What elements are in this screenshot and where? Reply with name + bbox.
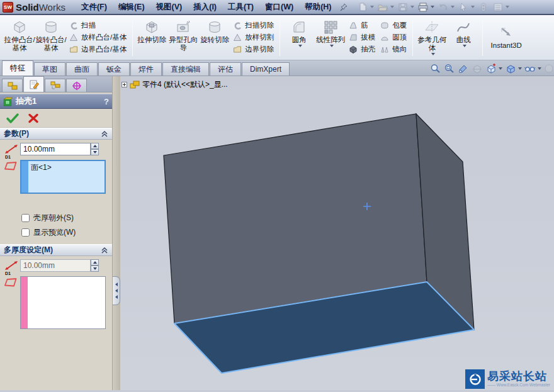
ok-button[interactable] <box>6 113 20 124</box>
rib-icon <box>349 21 358 30</box>
pm-action-row <box>0 109 112 128</box>
reference-geometry-button[interactable]: 参考几何体 <box>416 16 448 59</box>
configurationmanager-tab[interactable] <box>45 79 65 92</box>
lofted-boss-icon <box>69 33 78 42</box>
boundary-boss-icon <box>69 45 78 53</box>
lofted-cut-button[interactable]: 放样切割 <box>233 33 274 42</box>
open-button[interactable] <box>376 1 395 13</box>
draft-button[interactable]: 拔模 <box>349 33 375 42</box>
part-tree-root-label[interactable]: 零件4 (默认<<默认>_显... <box>142 79 228 90</box>
pin-menu-icon[interactable] <box>338 1 349 13</box>
faces-to-remove-listbox[interactable]: 面<1> <box>20 160 106 194</box>
hole-wizard-icon <box>175 20 191 35</box>
select-button[interactable] <box>456 1 476 13</box>
menu-edit[interactable]: 编辑(E) <box>113 0 150 14</box>
menu-help[interactable]: 帮助(H) <box>299 0 337 14</box>
hide-show-items-icon[interactable] <box>524 64 541 74</box>
extruded-cut-button[interactable]: 拉伸切除 <box>136 16 167 59</box>
print-button[interactable] <box>416 1 436 13</box>
thickness-spinner[interactable] <box>91 143 99 155</box>
shell-outward-checkbox[interactable] <box>21 214 30 222</box>
boundary-cut-button[interactable]: 边界切除 <box>233 45 274 54</box>
fillet-button[interactable]: 圆角 <box>283 16 315 59</box>
graphics-viewport[interactable]: 零件4 (默认<<默认>_显... 易采站长站 —— Www.Easck.Com… <box>120 76 554 390</box>
menu-window[interactable]: 窗口(W) <box>259 0 299 14</box>
multi-thickness-faces-icon <box>4 276 20 289</box>
tab-features[interactable]: 特征 <box>2 60 33 76</box>
tab-sheet-metal[interactable]: 钣金 <box>98 62 130 76</box>
appearance-icon[interactable] <box>544 64 553 74</box>
faces-to-remove-icon <box>4 160 20 172</box>
hole-wizard-button[interactable]: 异型孔向导 <box>167 16 199 59</box>
panel-collapse-handle[interactable] <box>113 276 120 305</box>
standard-toolbar <box>356 1 511 13</box>
tab-dimxpert[interactable]: DimXpert <box>242 62 290 76</box>
curves-dropdown-icon[interactable] <box>463 45 466 47</box>
wrap-button[interactable]: 包覆 <box>380 21 407 30</box>
dimxpertmanager-tab[interactable] <box>66 79 87 92</box>
wrap-icon <box>380 21 389 30</box>
cancel-button[interactable] <box>27 113 40 124</box>
revolved-boss-button[interactable]: 旋转凸台/基体 <box>35 16 67 59</box>
new-document-button[interactable] <box>356 1 375 13</box>
panel-splitter[interactable] <box>112 76 120 390</box>
show-preview-checkbox[interactable] <box>21 228 30 237</box>
swept-cut-icon <box>233 21 242 30</box>
watermark: 易采站长站 —— Www.Easck.Com Webmaster <box>465 369 550 389</box>
lofted-boss-button[interactable]: 放样凸台/基体 <box>69 33 127 42</box>
save-button[interactable] <box>396 1 416 13</box>
watermark-logo-icon <box>465 369 485 389</box>
tree-expand-icon[interactable] <box>122 82 127 87</box>
menu-view[interactable]: 视图(V) <box>150 0 188 14</box>
multi-thickness-section-header[interactable]: 多厚度设定(M) <box>0 244 112 256</box>
mirror-button[interactable]: 镜向 <box>380 45 407 54</box>
undo-button[interactable] <box>436 1 456 13</box>
zoom-to-area-icon[interactable] <box>444 64 455 74</box>
dome-button[interactable]: 圆顶 <box>380 33 407 42</box>
multi-thickness-input[interactable] <box>20 259 91 272</box>
command-manager: 拉伸凸台/基体 旋转凸台/基体 扫描 放样凸台/基体 边界凸台/基体 拉伸切除 … <box>0 15 554 60</box>
display-style-icon[interactable] <box>505 64 522 74</box>
rib-button[interactable]: 筋 <box>349 21 375 30</box>
featuremanager-tree-tab[interactable] <box>2 79 23 92</box>
section-view-icon[interactable] <box>472 64 483 74</box>
propertymanager-tab[interactable] <box>23 76 44 92</box>
tab-sketch[interactable]: 草图 <box>34 62 65 76</box>
help-button[interactable]: ? <box>104 97 109 106</box>
menu-tools[interactable]: 工具(T) <box>222 0 259 14</box>
curves-button[interactable]: 曲线 <box>448 16 479 59</box>
toolbar-separator <box>482 19 483 56</box>
tab-direct-editing[interactable]: 直接编辑 <box>162 62 209 76</box>
multi-thickness-faces-listbox[interactable] <box>20 276 106 329</box>
parameters-section-header[interactable]: 参数(P) <box>0 128 112 140</box>
swept-boss-button[interactable]: 扫描 <box>69 21 127 30</box>
tab-surfaces[interactable]: 曲面 <box>66 62 98 76</box>
selected-face-item[interactable]: 面<1> <box>31 162 102 173</box>
curves-icon <box>455 20 472 35</box>
properties-button[interactable] <box>477 1 490 13</box>
watermark-title: 易采站长站 <box>487 371 550 382</box>
tab-weldments[interactable]: 焊件 <box>130 62 162 76</box>
fillet-dropdown-icon[interactable] <box>298 45 302 47</box>
instant3d-button[interactable]: Instant3D <box>486 16 526 59</box>
options-button[interactable] <box>491 1 511 13</box>
shell-button[interactable]: 抽壳 <box>349 45 375 54</box>
view-orientation-icon[interactable] <box>485 64 502 74</box>
menu-insert[interactable]: 插入(I) <box>188 0 222 14</box>
tab-evaluate[interactable]: 评估 <box>210 62 241 76</box>
linear-pattern-button[interactable]: 线性阵列 <box>315 16 346 59</box>
boundary-boss-button[interactable]: 边界凸台/基体 <box>69 45 127 54</box>
cancel-x-icon <box>27 113 40 124</box>
revolved-cut-button[interactable]: 旋转切除 <box>199 16 230 59</box>
extruded-boss-button[interactable]: 拉伸凸台/基体 <box>4 16 35 59</box>
logo-text-works: Works <box>39 2 65 13</box>
reference-geometry-dropdown-icon[interactable] <box>431 53 435 55</box>
multi-thickness-spinner[interactable] <box>91 259 99 272</box>
linear-pattern-dropdown-icon[interactable] <box>330 45 334 47</box>
zoom-to-fit-icon[interactable] <box>430 64 441 74</box>
thickness-input[interactable] <box>20 143 91 155</box>
swept-cut-button[interactable]: 扫描切除 <box>233 21 274 30</box>
menu-bar: 文件(F) 编辑(E) 视图(V) 插入(I) 工具(T) 窗口(W) 帮助(H… <box>76 0 337 14</box>
menu-file[interactable]: 文件(F) <box>76 0 113 14</box>
previous-view-icon[interactable] <box>458 64 469 74</box>
